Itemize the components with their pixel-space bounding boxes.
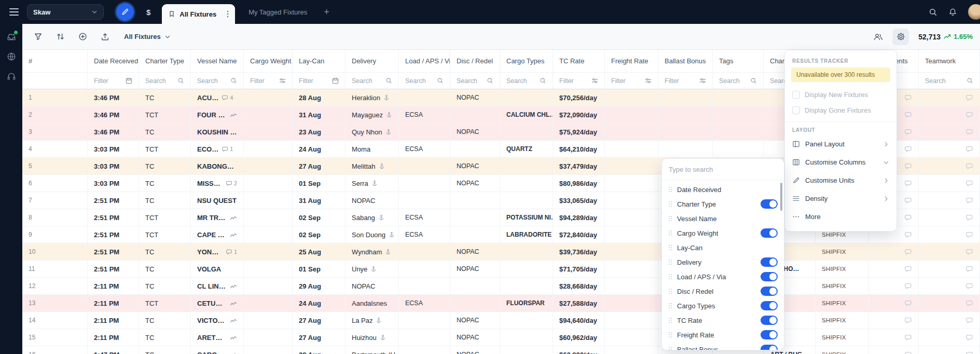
column-header-delivery[interactable]: Delivery — [346, 50, 399, 72]
search-icon[interactable] — [487, 77, 493, 84]
column-toggle-item-date-received[interactable]: Date Received — [662, 182, 784, 197]
sliders-icon[interactable] — [645, 77, 652, 84]
column-header-cargo-types[interactable]: Cargo Types — [500, 50, 553, 72]
table-row[interactable]: 142:11 PMTCVICTORI…27 AugLa PazNOPAC$94,… — [22, 312, 980, 329]
comment-bubble-icon[interactable] — [904, 265, 912, 273]
drag-handle-icon[interactable] — [668, 288, 672, 294]
new-fixture-button[interactable] — [116, 3, 134, 21]
comment-bubble-icon[interactable] — [965, 180, 973, 187]
table-row[interactable]: 122:11 PMTCCL LINDY29 AugNOPAC$28,668/da… — [22, 278, 980, 295]
drag-handle-icon[interactable] — [668, 186, 672, 193]
columns-search-input[interactable] — [669, 166, 777, 173]
scrollbar-thumb[interactable] — [780, 183, 782, 211]
sliders-icon[interactable] — [591, 77, 598, 84]
comment-bubble-icon[interactable] — [904, 334, 912, 342]
comment-bubble-icon[interactable] — [965, 214, 973, 222]
comment-count-badge[interactable]: 4 — [222, 94, 233, 101]
column-filter-charter[interactable]: Search — [139, 73, 191, 89]
search-icon[interactable] — [750, 77, 757, 84]
comment-bubble-icon[interactable] — [965, 265, 973, 273]
sidebar-inbox-icon[interactable] — [7, 32, 16, 42]
toggle-switch[interactable] — [761, 257, 778, 267]
comment-bubble-icon[interactable] — [904, 180, 912, 187]
drag-handle-icon[interactable] — [668, 303, 672, 309]
table-row[interactable]: 152:11 PMTCARETH…27 AugHuizhouNOPAC$60,9… — [22, 329, 980, 346]
comment-bubble-icon[interactable] — [904, 145, 912, 153]
table-row[interactable]: 102:51 PMTCYONG J…125 AugWyndhamNOPAC$39… — [22, 243, 980, 261]
checkbox-icon[interactable] — [792, 106, 800, 114]
column-filter-tc_rate[interactable]: Filter — [553, 73, 605, 89]
sidebar-globe-icon[interactable] — [7, 52, 16, 61]
sparkline-icon[interactable] — [230, 301, 237, 306]
toggle-switch[interactable] — [761, 316, 778, 325]
comment-bubble-icon[interactable] — [904, 197, 912, 205]
tab-all-fixtures[interactable]: All Fixtures — [162, 4, 235, 24]
toggle-switch[interactable] — [761, 199, 778, 209]
comment-bubble-icon[interactable] — [904, 317, 912, 324]
menu-item-customise-columns[interactable]: Customise Columns — [785, 153, 896, 171]
menu-item-more[interactable]: More — [785, 208, 896, 226]
sparkline-icon[interactable] — [230, 283, 237, 289]
column-filter-weight[interactable]: Filter — [244, 73, 293, 89]
table-row[interactable]: 132:11 PMTCTCETUS …24 AugAandalsnesECSAF… — [22, 295, 980, 312]
comment-bubble-icon[interactable] — [965, 94, 973, 102]
column-header-teamwork[interactable]: Teamwork — [919, 50, 980, 72]
column-header-load-aps-via[interactable]: Load / APS / Via — [399, 50, 450, 72]
comment-count-badge[interactable]: 1 — [222, 146, 233, 153]
column-filter-freight[interactable]: Filter — [605, 73, 658, 89]
comment-bubble-icon[interactable] — [965, 162, 973, 170]
column-toggle-item-freight-rate[interactable]: Freight Rate — [662, 328, 784, 342]
column-toggle-item-disc-redel[interactable]: Disc / Redel — [662, 284, 784, 298]
filter-button[interactable] — [30, 29, 46, 45]
column-toggle-item-load-aps-via[interactable]: Load / APS / Via — [662, 269, 784, 284]
sparkline-icon[interactable] — [230, 335, 237, 341]
column-filter-vessel[interactable]: Search — [191, 73, 244, 89]
column-header-vessel-name[interactable]: Vessel Name — [191, 50, 244, 72]
column-toggle-item-lay-can[interactable]: Lay-Can — [662, 240, 784, 255]
drag-handle-icon[interactable] — [668, 259, 672, 265]
comment-bubble-icon[interactable] — [965, 351, 973, 354]
comment-bubble-icon[interactable] — [965, 197, 973, 205]
drag-handle-icon[interactable] — [668, 244, 672, 251]
column-filter-time[interactable]: Filter — [88, 73, 139, 89]
drag-handle-icon[interactable] — [668, 317, 672, 323]
search-icon[interactable] — [929, 8, 937, 17]
comment-bubble-icon[interactable] — [965, 317, 973, 324]
sparkline-icon[interactable] — [230, 232, 237, 238]
comment-bubble-icon[interactable] — [904, 162, 912, 170]
menu-item-panel-layout[interactable]: Panel Layout — [785, 135, 896, 153]
sidebar-headset-icon[interactable] — [7, 72, 16, 81]
checkbox-icon[interactable] — [792, 91, 800, 99]
search-icon[interactable] — [385, 77, 392, 84]
comment-bubble-icon[interactable] — [965, 299, 973, 307]
toggle-switch[interactable] — [761, 228, 778, 238]
column-header-num[interactable]: # — [22, 50, 88, 72]
comment-bubble-icon[interactable] — [965, 145, 973, 153]
comment-bubble-icon[interactable] — [904, 214, 912, 222]
column-filter-ballast[interactable]: Filter — [658, 73, 713, 89]
checkbox-display-gone-fixtures[interactable]: Display Gone Fixtures — [785, 102, 896, 118]
search-icon[interactable] — [540, 77, 546, 84]
drag-handle-icon[interactable] — [668, 274, 672, 280]
settings-gear-button[interactable] — [892, 29, 909, 45]
comment-bubble-icon[interactable] — [904, 111, 912, 119]
column-header-lay-can[interactable]: Lay-Can — [293, 50, 346, 72]
comment-bubble-icon[interactable] — [965, 282, 973, 290]
comment-bubble-icon[interactable] — [904, 231, 912, 239]
calendar-icon[interactable] — [126, 77, 132, 84]
column-toggle-item-delivery[interactable]: Delivery — [662, 255, 784, 269]
comment-bubble-icon[interactable] — [904, 282, 912, 290]
comment-bubble-icon[interactable] — [904, 248, 912, 256]
comment-bubble-icon[interactable] — [904, 94, 912, 102]
toggle-switch[interactable] — [761, 345, 778, 350]
column-filter-tags[interactable]: Search — [713, 73, 764, 89]
column-toggle-item-charter-type[interactable]: Charter Type — [662, 197, 784, 211]
add-tab-button[interactable]: + — [324, 7, 329, 17]
column-toggle-item-cargo-weight[interactable]: Cargo Weight — [662, 226, 784, 240]
column-toggle-item-vessel-name[interactable]: Vessel Name — [662, 211, 784, 226]
add-button[interactable] — [74, 29, 91, 45]
column-header-tc-rate[interactable]: TC Rate — [553, 50, 605, 72]
comment-bubble-icon[interactable] — [904, 128, 912, 136]
drag-handle-icon[interactable] — [668, 230, 672, 236]
comment-count-badge[interactable]: 1 — [226, 249, 237, 255]
